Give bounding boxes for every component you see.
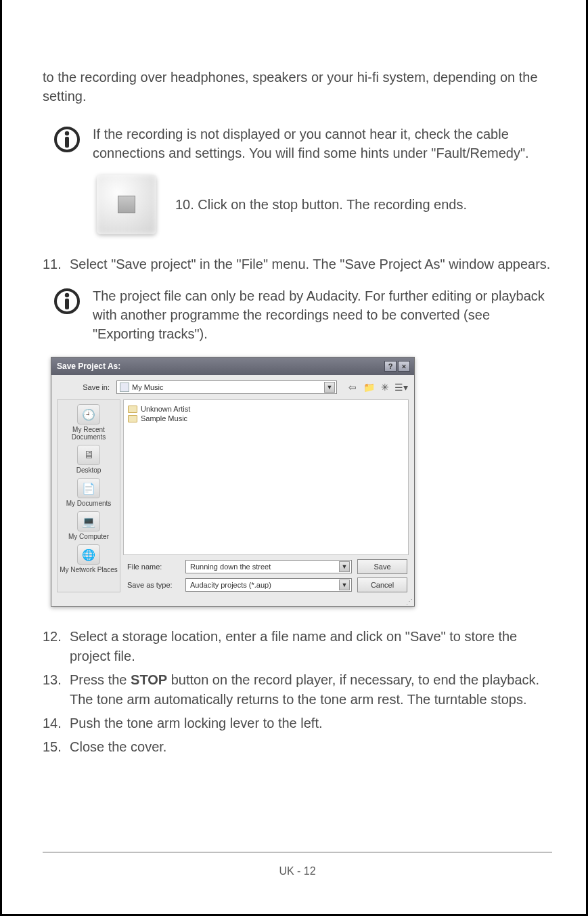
stop-button-image [97,175,156,234]
place-label: My Documents [66,500,112,507]
step-12: 12. Select a storage location, enter a f… [43,627,552,666]
intro-paragraph: to the recording over headphones, speake… [43,68,552,106]
svg-point-4 [65,293,69,297]
text-fragment: Press the [70,672,131,687]
step-15: 15. Close the cover. [43,737,552,757]
recent-icon: 🕘 [77,404,100,424]
cancel-button[interactable]: Cancel [357,577,407,592]
info-box-2: The project file can only be read by Aud… [53,286,552,343]
place-my-computer[interactable]: 💻 My Computer [68,511,109,540]
place-recent[interactable]: 🕘 My Recent Documents [59,404,118,441]
filename-label: File name: [125,563,180,571]
page-number: UK - 12 [43,865,552,877]
chevron-down-icon[interactable]: ▼ [324,382,335,393]
save-in-dropdown[interactable]: My Music ▼ [116,380,337,394]
info-icon [53,288,81,315]
step-number: 11. [43,255,66,274]
svg-rect-2 [65,137,69,148]
folder-music-icon [120,383,129,392]
dialog-title: Save Project As: [57,362,120,371]
close-button[interactable]: × [398,361,410,372]
network-icon: 🌐 [77,544,100,565]
step-text: Close the cover. [70,737,552,757]
filename-value: Running down the street [190,563,271,571]
place-desktop[interactable]: 🖥 Desktop [76,445,101,474]
stop-step-row: 10. Click on the stop button. The record… [97,175,552,234]
list-item[interactable]: Unknown Artist [128,404,404,414]
place-label: My Recent Documents [59,426,118,441]
file-name: Sample Music [141,414,187,422]
info-icon [53,126,81,153]
new-folder-icon[interactable]: ✳ [379,381,391,393]
step-text: Press the STOP button on the record play… [70,670,552,710]
computer-icon: 💻 [77,511,100,531]
place-label: My Computer [68,533,109,540]
step-10-text: 10. Click on the stop button. The record… [175,195,467,214]
info-box-1: If the recording is not displayed or you… [53,125,552,162]
save-button[interactable]: Save [357,559,407,574]
list-item[interactable]: Sample Music [128,414,404,423]
up-folder-icon[interactable]: 📁 [363,381,375,393]
save-in-label: Save in: [58,383,112,391]
save-project-dialog: Save Project As: ? × Save in: My Music ▼… [51,357,415,607]
step-14: 14. Push the tone arm locking lever to t… [43,714,552,733]
places-bar: 🕘 My Recent Documents 🖥 Desktop 📄 My Doc… [57,399,120,592]
stop-icon [118,196,135,213]
file-name: Unknown Artist [141,405,190,413]
svg-point-1 [65,131,69,135]
step-11: 11. Select "Save project" in the "File" … [43,255,552,274]
resize-grip[interactable]: ⋰ [51,599,414,606]
info-text-1: If the recording is not displayed or you… [93,125,552,162]
step-text: Push the tone arm locking lever to the l… [70,714,552,733]
desktop-icon: 🖥 [77,445,100,465]
step-number: 14. [43,714,66,733]
help-button[interactable]: ? [384,361,397,372]
step-13: 13. Press the STOP button on the record … [43,670,552,710]
documents-icon: 📄 [77,478,100,498]
folder-icon [128,415,137,422]
chevron-down-icon[interactable]: ▼ [339,580,350,590]
place-label: My Network Places [60,566,118,573]
step-number: 15. [43,737,66,757]
step-text: Select "Save project" in the "File" menu… [70,255,552,274]
chevron-down-icon[interactable]: ▼ [339,561,350,572]
place-my-documents[interactable]: 📄 My Documents [66,478,112,507]
save-in-value: My Music [132,383,163,391]
svg-rect-5 [65,299,69,309]
bold-text: STOP [131,672,167,687]
view-menu-icon[interactable]: ☰▾ [395,381,407,393]
back-icon[interactable]: ⇦ [346,381,359,393]
folder-icon [128,406,137,413]
save-as-type-label: Save as type: [125,581,180,589]
save-as-type-value: Audacity projects (*.aup) [190,581,271,589]
filename-input[interactable]: Running down the street ▼ [185,560,352,573]
place-label: Desktop [76,466,101,474]
place-my-network[interactable]: 🌐 My Network Places [60,544,118,573]
step-number: 12. [43,627,66,666]
info-text-2: The project file can only be read by Aud… [93,286,552,343]
step-number: 13. [43,670,66,710]
file-list-pane[interactable]: Unknown Artist Sample Music [123,399,409,555]
step-text: Select a storage location, enter a file … [70,627,552,666]
footer-divider [43,852,552,853]
save-as-type-dropdown[interactable]: Audacity projects (*.aup) ▼ [185,578,352,592]
dialog-titlebar: Save Project As: ? × [51,357,414,375]
